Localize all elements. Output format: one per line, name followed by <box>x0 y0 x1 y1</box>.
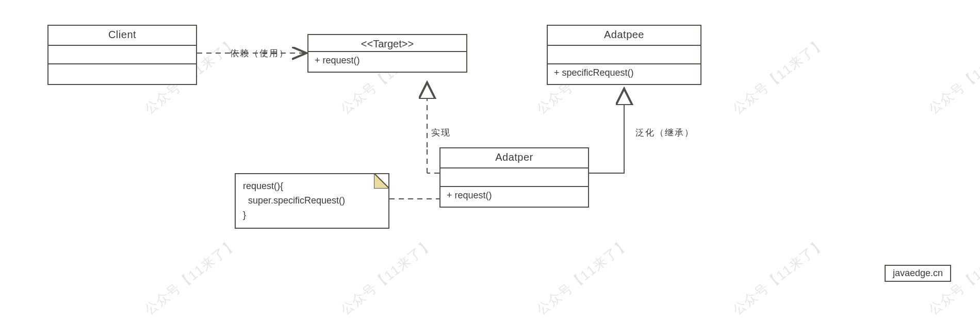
uml-class-adapter: Adatper + request() <box>439 147 589 208</box>
uml-attrs <box>440 168 588 187</box>
watermark: 公众号【11来了】 <box>729 235 829 319</box>
svg-marker-0 <box>374 173 389 189</box>
note-fold-icon <box>374 173 389 189</box>
edge-label-depends: 依赖（使用） <box>230 47 289 59</box>
note-line: super.specificRequest() <box>243 194 381 208</box>
note-line: } <box>243 208 381 223</box>
uml-ops: + request() <box>440 187 588 207</box>
uml-attrs <box>48 46 196 64</box>
note-line: request(){ <box>243 179 381 194</box>
watermark: 公众号【11来了】 <box>141 235 241 319</box>
edge-label-realize: 实现 <box>431 127 451 139</box>
edge-label-general: 泛化（继承） <box>635 127 694 139</box>
uml-title: Client <box>48 26 196 46</box>
uml-interface-target: <<Target>> + request() <box>307 34 467 73</box>
watermark: 公众号【11来了】 <box>533 235 633 319</box>
watermark: 公众号【11来了】 <box>729 34 829 118</box>
edge-adapter-adaptee <box>589 89 624 173</box>
uml-stereotype: <<Target>> <box>308 35 466 51</box>
uml-ops <box>48 64 196 84</box>
uml-ops: + specificRequest() <box>548 64 700 84</box>
watermark: 公众号【11来了】 <box>925 34 980 118</box>
watermark: 公众号【11来了】 <box>337 235 437 319</box>
uml-title: Adatper <box>440 148 588 168</box>
uml-note: request(){ super.specificRequest() } <box>235 173 389 229</box>
uml-title: Adatpee <box>548 26 700 46</box>
uml-attrs <box>548 46 700 64</box>
source-badge: javaedge.cn <box>885 265 951 282</box>
uml-ops: + request() <box>308 51 466 72</box>
uml-class-client: Client <box>47 25 197 85</box>
uml-class-adaptee: Adatpee + specificRequest() <box>547 25 701 85</box>
